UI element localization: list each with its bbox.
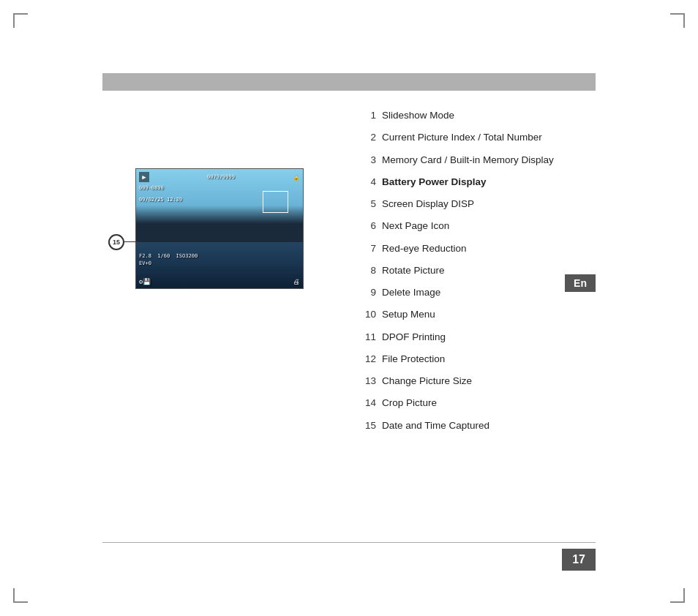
lcd-play-icon: ▶ xyxy=(139,172,149,182)
list-item: 14Crop Picture xyxy=(359,396,661,410)
header-bar xyxy=(102,73,596,91)
list-item: 7Red-eye Reduction xyxy=(359,241,661,256)
list-item-number: 5 xyxy=(359,197,376,211)
list-item-label: DPOF Printing xyxy=(382,330,446,345)
list-item: 5Screen Display DISP xyxy=(359,197,661,211)
list-item-label: Next Page Icon xyxy=(382,219,449,233)
list-item-label: Battery Power Display xyxy=(382,175,487,189)
list-item-number: 3 xyxy=(359,153,376,168)
list-item: 10Setup Menu xyxy=(359,307,661,322)
list-item-number: 4 xyxy=(359,175,376,189)
list-item-number: 1 xyxy=(359,108,376,123)
list-item-number: 9 xyxy=(359,285,376,300)
crop-mark-tl xyxy=(13,13,28,28)
list-item: 2Current Picture Index / Total Number xyxy=(359,130,661,145)
lcd-exposure-info: F2.8 1/60 ISO3200 EV+0 xyxy=(139,253,198,268)
list-item-number: 12 xyxy=(359,352,376,367)
lcd-frame-count: 0079/9999 xyxy=(207,174,235,180)
list-item: 9Delete Image xyxy=(359,285,661,300)
lcd-selection-rect xyxy=(263,191,288,213)
list-item-label: Screen Display DISP xyxy=(382,197,474,211)
lcd-icon-memory: 💾 xyxy=(143,278,151,285)
list-item-label: Current Picture Index / Total Number xyxy=(382,130,542,145)
list-item-label: Crop Picture xyxy=(382,396,437,410)
list-item-label: Red-eye Reduction xyxy=(382,241,467,256)
label-circle-15: 15 xyxy=(108,234,124,250)
list-item: 8Rotate Picture xyxy=(359,263,661,278)
list-item: 6Next Page Icon xyxy=(359,219,661,233)
list-item-number: 10 xyxy=(359,307,376,322)
lcd-folder-info: 009-0890 xyxy=(139,185,164,192)
list-item: 4Battery Power Display xyxy=(359,175,661,189)
label-line-15 xyxy=(124,241,138,242)
list-item-number: 15 xyxy=(359,418,376,433)
crop-mark-br xyxy=(670,588,685,603)
list-item-label: Setup Menu xyxy=(382,307,435,322)
list-item-number: 8 xyxy=(359,263,376,278)
list-item-number: 13 xyxy=(359,374,376,388)
lcd-top-bar: ▶ 0079/9999 🔒 xyxy=(139,172,300,182)
bottom-divider xyxy=(102,542,596,543)
list-item-number: 6 xyxy=(359,219,376,233)
list-item: 1Slideshow Mode xyxy=(359,108,661,123)
list-item-label: Memory Card / Built-in Memory Display xyxy=(382,153,554,168)
list-item-label: Change Picture Size xyxy=(382,374,472,388)
list-item: 13Change Picture Size xyxy=(359,374,661,388)
lcd-ui-overlay: ▶ 0079/9999 🔒 009-0890 09/02/25 12:39 F2… xyxy=(136,169,303,288)
list-item-number: 2 xyxy=(359,130,376,145)
list-item: 3Memory Card / Built-in Memory Display xyxy=(359,153,661,168)
list-item-number: 14 xyxy=(359,396,376,410)
list-item-label: Slideshow Mode xyxy=(382,108,454,123)
list-item: 12File Protection xyxy=(359,352,661,367)
crop-mark-bl xyxy=(13,588,28,603)
list-item: 11DPOF Printing xyxy=(359,330,661,345)
list-item-number: 11 xyxy=(359,330,376,345)
list-item-label: Delete Image xyxy=(382,285,440,300)
crop-mark-tr xyxy=(670,13,685,28)
list-item: 15Date and Time Captured xyxy=(359,418,661,433)
list-item-label: Date and Time Captured xyxy=(382,418,489,433)
list-item-number: 7 xyxy=(359,241,376,256)
lcd-protect-icon: 🔒 xyxy=(293,174,300,181)
lcd-bottom-icons: ⚙ 💾 🖨 xyxy=(139,278,300,285)
camera-lcd-display: ▶ 0079/9999 🔒 009-0890 09/02/25 12:39 F2… xyxy=(135,168,304,289)
lcd-icon-print: 🖨 xyxy=(293,278,300,285)
lcd-datetime: 09/02/25 12:39 xyxy=(139,197,182,203)
page-number: 17 xyxy=(562,549,596,571)
list-item-label: File Protection xyxy=(382,352,445,367)
list-item-label: Rotate Picture xyxy=(382,263,445,278)
feature-list: 1Slideshow Mode2Current Picture Index / … xyxy=(359,108,661,440)
